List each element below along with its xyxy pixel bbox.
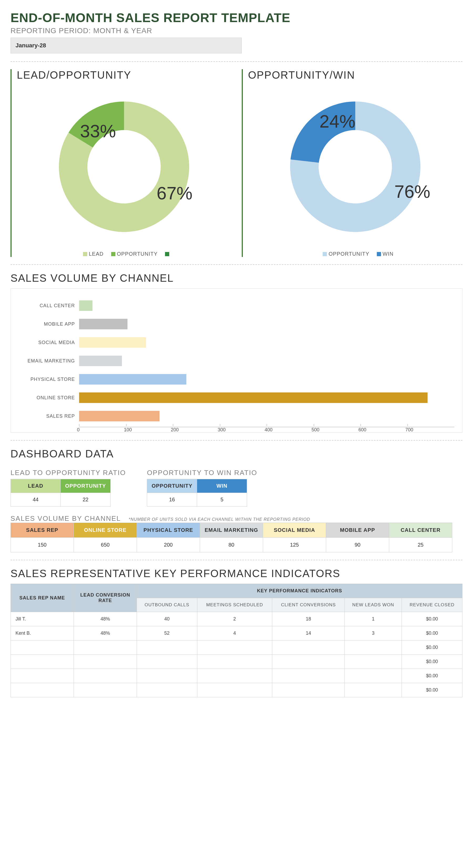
kpi-cell[interactable]: Jill T. bbox=[11, 612, 74, 626]
bar-label: ONLINE STORE bbox=[19, 395, 79, 401]
x-tick-label: 600 bbox=[359, 427, 366, 433]
kpi-cell[interactable] bbox=[11, 655, 74, 669]
kpi-cell[interactable]: 2 bbox=[197, 612, 272, 626]
channel-td[interactable]: 200 bbox=[137, 538, 200, 552]
kpi-cell[interactable] bbox=[197, 655, 272, 669]
bar-row: CALL CENTER bbox=[19, 297, 454, 315]
kpi-title: SALES REPRESENTATIVE KEY PERFORMANCE IND… bbox=[10, 568, 463, 580]
td-opp2-val[interactable]: 16 bbox=[147, 493, 197, 506]
x-tick-label: 200 bbox=[171, 427, 179, 433]
th-lead: LEAD bbox=[11, 479, 61, 493]
kpi-cell[interactable] bbox=[197, 669, 272, 683]
kpi-cell[interactable]: 18 bbox=[272, 612, 345, 626]
x-tick-label: 300 bbox=[218, 427, 226, 433]
kpi-cell[interactable]: 3 bbox=[345, 626, 402, 641]
bar-label: PHYSICAL STORE bbox=[19, 377, 79, 382]
channel-table-note: *NUMBER OF UNITS SOLD VIA EACH CHANNEL W… bbox=[129, 517, 310, 522]
legend-label-lead: LEAD bbox=[89, 251, 104, 257]
td-win-val[interactable]: 5 bbox=[197, 493, 247, 506]
kpi-cell[interactable]: 40 bbox=[137, 612, 197, 626]
kpi-cell[interactable]: $0.00 bbox=[402, 683, 463, 697]
kpi-cell[interactable] bbox=[345, 683, 402, 697]
bar-fill bbox=[79, 355, 122, 366]
kpi-sub-th: CLIENT CONVERSIONS bbox=[272, 598, 345, 612]
bar-row: SALES REP bbox=[19, 407, 454, 425]
kpi-cell[interactable] bbox=[345, 655, 402, 669]
bar-label: MOBILE APP bbox=[19, 321, 79, 327]
channel-td[interactable]: 150 bbox=[11, 538, 74, 552]
channel-th: PHYSICAL STORE bbox=[137, 523, 200, 538]
reporting-period-field[interactable]: January-28 bbox=[10, 38, 242, 53]
channel-td[interactable]: 25 bbox=[389, 538, 452, 552]
lead-opportunity-legend: LEAD OPPORTUNITY bbox=[17, 251, 231, 257]
td-opp-val[interactable]: 22 bbox=[61, 493, 111, 506]
page-subtitle: REPORTING PERIOD: MONTH & YEAR bbox=[10, 27, 463, 35]
kpi-cell[interactable]: 4 bbox=[197, 626, 272, 641]
kpi-cell[interactable] bbox=[137, 655, 197, 669]
divider bbox=[10, 560, 463, 560]
x-tick-label: 0 bbox=[77, 427, 80, 433]
kpi-sub-th: OUTBOUND CALLS bbox=[137, 598, 197, 612]
kpi-row: Jill T.48%402181$0.00 bbox=[11, 612, 463, 626]
bar-row: MOBILE APP bbox=[19, 315, 454, 333]
sales-volume-title: SALES VOLUME BY CHANNEL bbox=[10, 272, 463, 284]
channel-td[interactable]: 650 bbox=[74, 538, 137, 552]
divider bbox=[10, 61, 463, 62]
kpi-cell[interactable] bbox=[74, 655, 137, 669]
legend-label-opportunity: OPPORTUNITY bbox=[117, 251, 158, 257]
kpi-cell[interactable] bbox=[345, 641, 402, 655]
bar-fill bbox=[79, 319, 128, 329]
kpi-cell[interactable] bbox=[11, 683, 74, 697]
kpi-cell[interactable] bbox=[74, 683, 137, 697]
kpi-cell[interactable] bbox=[137, 683, 197, 697]
donut-label-lead: 67% bbox=[157, 183, 192, 203]
channel-td[interactable]: 80 bbox=[200, 538, 263, 552]
kpi-cell[interactable]: $0.00 bbox=[402, 655, 463, 669]
kpi-cell[interactable] bbox=[272, 669, 345, 683]
channel-td[interactable]: 90 bbox=[326, 538, 389, 552]
bar-label: EMAIL MARKETING bbox=[19, 358, 79, 364]
kpi-cell[interactable]: 14 bbox=[272, 626, 345, 641]
bar-label: SALES REP bbox=[19, 413, 79, 419]
bar-fill bbox=[79, 374, 186, 384]
kpi-cell[interactable] bbox=[197, 641, 272, 655]
kpi-cell[interactable] bbox=[74, 641, 137, 655]
kpi-cell[interactable]: $0.00 bbox=[402, 612, 463, 626]
bar-row: PHYSICAL STORE bbox=[19, 370, 454, 389]
kpi-cell[interactable] bbox=[272, 683, 345, 697]
lead-opportunity-donut: 67% 33% bbox=[42, 85, 205, 248]
th-win: WIN bbox=[197, 479, 247, 493]
channel-td[interactable]: 125 bbox=[263, 538, 326, 552]
kpi-cell[interactable] bbox=[197, 683, 272, 697]
channel-table: SALES REPONLINE STOREPHYSICAL STOREEMAIL… bbox=[10, 523, 452, 552]
kpi-cell[interactable]: $0.00 bbox=[402, 641, 463, 655]
kpi-cell[interactable]: 52 bbox=[137, 626, 197, 641]
th-opportunity2: OPPORTUNITY bbox=[147, 479, 197, 493]
kpi-cell[interactable]: $0.00 bbox=[402, 669, 463, 683]
kpi-cell[interactable] bbox=[11, 669, 74, 683]
kpi-cell[interactable]: Kent B. bbox=[11, 626, 74, 641]
opportunity-win-donut: 76% 24% bbox=[274, 85, 437, 248]
legend-swatch-extra bbox=[165, 252, 169, 256]
kpi-cell[interactable]: 1 bbox=[345, 612, 402, 626]
opportunity-win-legend: OPPORTUNITY WIN bbox=[248, 251, 463, 257]
bar-fill bbox=[79, 411, 160, 422]
kpi-cell[interactable]: $0.00 bbox=[402, 626, 463, 641]
kpi-cell[interactable] bbox=[272, 641, 345, 655]
x-tick-label: 100 bbox=[124, 427, 132, 433]
td-lead-val[interactable]: 44 bbox=[11, 493, 61, 506]
kpi-cell[interactable] bbox=[137, 641, 197, 655]
kpi-h-conv: LEAD CONVERSION RATE bbox=[74, 584, 137, 612]
kpi-cell[interactable] bbox=[11, 641, 74, 655]
channel-th: SALES REP bbox=[11, 523, 74, 538]
kpi-cell[interactable] bbox=[345, 669, 402, 683]
kpi-cell[interactable]: 48% bbox=[74, 626, 137, 641]
kpi-cell[interactable] bbox=[74, 669, 137, 683]
kpi-cell[interactable] bbox=[272, 655, 345, 669]
kpi-cell[interactable]: 48% bbox=[74, 612, 137, 626]
page-title: END-OF-MONTH SALES REPORT TEMPLATE bbox=[10, 10, 463, 25]
kpi-cell[interactable] bbox=[137, 669, 197, 683]
sales-volume-chart: CALL CENTERMOBILE APPSOCIAL MEDIAEMAIL M… bbox=[10, 288, 463, 433]
legend-label-opp: OPPORTUNITY bbox=[329, 251, 369, 257]
channel-th: MOBILE APP bbox=[326, 523, 389, 538]
